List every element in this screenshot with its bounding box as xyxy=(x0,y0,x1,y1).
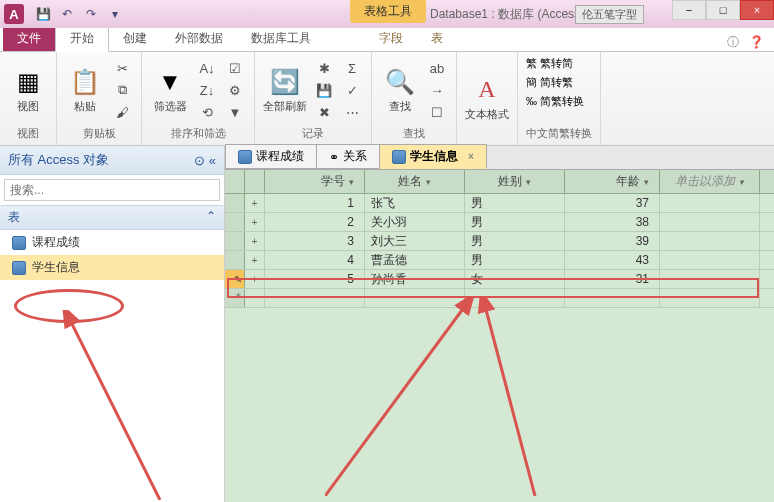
textfmt-button[interactable]: A文本格式 xyxy=(465,74,509,121)
cell-add[interactable] xyxy=(660,194,760,212)
chevron-down-icon[interactable]: ⊙ « xyxy=(194,153,216,168)
tab-home[interactable]: 开始 xyxy=(55,25,109,52)
save-record-icon[interactable]: 💾 xyxy=(313,80,335,100)
cell-id[interactable]: 1 xyxy=(265,194,365,212)
new-record-icon[interactable]: ✱ xyxy=(313,58,335,78)
paste-button[interactable]: 📋粘贴 xyxy=(65,66,105,113)
cell-add[interactable] xyxy=(660,270,760,288)
cell-id[interactable]: 2 xyxy=(265,213,365,231)
table-row[interactable]: +2关小羽男38 xyxy=(225,213,774,232)
expand-toggle[interactable]: + xyxy=(245,194,265,212)
row-selector[interactable] xyxy=(225,213,245,231)
row-selector[interactable] xyxy=(225,232,245,250)
tab-file[interactable]: 文件 xyxy=(3,26,55,51)
nav-item-student-info[interactable]: 学生信息 xyxy=(0,255,224,280)
tab-dbtools[interactable]: 数据库工具 xyxy=(237,26,325,51)
cell-id[interactable]: 5 xyxy=(265,270,365,288)
expand-toggle[interactable]: + xyxy=(245,213,265,231)
undo-icon[interactable]: ↶ xyxy=(56,4,78,24)
col-sex[interactable]: 姓别▾ xyxy=(465,170,565,193)
cell-sex[interactable]: 男 xyxy=(465,194,565,212)
filter-button[interactable]: ▼筛选器 xyxy=(150,66,190,113)
trad-to-simp-button[interactable]: 繁 繁转简 xyxy=(526,56,573,71)
doc-tab-course-grades[interactable]: 课程成绩 xyxy=(225,144,317,169)
help-icon[interactable]: ⓘ ❓ xyxy=(727,34,764,51)
cell-id[interactable]: 4 xyxy=(265,251,365,269)
cell-name[interactable]: 孙尚香 xyxy=(365,270,465,288)
maximize-button[interactable]: □ xyxy=(706,0,740,20)
tab-table[interactable]: 表 xyxy=(417,26,457,51)
sort-desc-icon[interactable]: Z↓ xyxy=(196,80,218,100)
close-tab-icon[interactable]: × xyxy=(468,151,474,162)
cell-sex[interactable]: 女 xyxy=(465,270,565,288)
sort-asc-icon[interactable]: A↓ xyxy=(196,58,218,78)
delete-record-icon[interactable]: ✖ xyxy=(313,102,335,122)
close-button[interactable]: × xyxy=(740,0,774,20)
save-icon[interactable]: 💾 xyxy=(32,4,54,24)
goto-icon[interactable]: → xyxy=(426,80,448,100)
table-row[interactable]: +3刘大三男39 xyxy=(225,232,774,251)
tab-external[interactable]: 外部数据 xyxy=(161,26,237,51)
expand-toggle[interactable]: + xyxy=(245,270,265,288)
row-selector[interactable] xyxy=(225,251,245,269)
find-button[interactable]: 🔍查找 xyxy=(380,66,420,113)
cell-age[interactable]: 38 xyxy=(565,213,660,231)
clear-sort-icon[interactable]: ⟲ xyxy=(196,102,218,122)
doc-tab-relations[interactable]: ⚭关系 xyxy=(316,144,380,169)
expand-toggle[interactable]: + xyxy=(245,251,265,269)
copy-icon[interactable]: ⧉ xyxy=(111,80,133,100)
cell-sex[interactable]: 男 xyxy=(465,251,565,269)
replace-icon[interactable]: ab xyxy=(426,58,448,78)
select-icon[interactable]: ☐ xyxy=(426,102,448,122)
cell-age[interactable]: 39 xyxy=(565,232,660,250)
format-painter-icon[interactable]: 🖌 xyxy=(111,102,133,122)
spelling-icon[interactable]: ✓ xyxy=(341,80,363,100)
doc-tab-student-info[interactable]: 学生信息× xyxy=(379,144,487,169)
col-age[interactable]: 年龄▾ xyxy=(565,170,660,193)
table-row[interactable]: +5孙尚香女31 xyxy=(225,270,774,289)
new-row[interactable] xyxy=(225,289,774,308)
table-row[interactable]: +4曹孟德男43 xyxy=(225,251,774,270)
ime-indicator[interactable]: 伦五笔字型 xyxy=(575,5,644,24)
col-add[interactable]: 单击以添加▾ xyxy=(660,170,760,193)
more-records-icon[interactable]: ⋯ xyxy=(341,102,363,122)
nav-section-tables[interactable]: 表 ⌃ xyxy=(0,205,224,230)
row-selector[interactable] xyxy=(225,289,245,307)
advanced-icon[interactable]: ⚙ xyxy=(224,80,246,100)
cell-add[interactable] xyxy=(660,213,760,231)
cell-age[interactable]: 43 xyxy=(565,251,660,269)
row-selector[interactable] xyxy=(225,270,245,288)
collapse-icon[interactable]: ⌃ xyxy=(206,209,216,226)
cell-age[interactable]: 37 xyxy=(565,194,660,212)
redo-icon[interactable]: ↷ xyxy=(80,4,102,24)
totals-icon[interactable]: Σ xyxy=(341,58,363,78)
simp-to-trad-button[interactable]: 簡 简转繁 xyxy=(526,75,573,90)
search-input[interactable] xyxy=(4,179,220,201)
selection-icon[interactable]: ☑ xyxy=(224,58,246,78)
cut-icon[interactable]: ✂ xyxy=(111,58,133,78)
view-button[interactable]: ▦视图 xyxy=(8,66,48,113)
tab-create[interactable]: 创建 xyxy=(109,26,161,51)
tab-fields[interactable]: 字段 xyxy=(365,26,417,51)
select-all-corner[interactable] xyxy=(225,170,245,193)
cell-add[interactable] xyxy=(660,232,760,250)
cell-name[interactable]: 曹孟德 xyxy=(365,251,465,269)
cell-id[interactable]: 3 xyxy=(265,232,365,250)
col-name[interactable]: 姓名▾ xyxy=(365,170,465,193)
refresh-button[interactable]: 🔄全部刷新 xyxy=(263,66,307,113)
nav-header[interactable]: 所有 Access 对象 ⊙ « xyxy=(0,146,224,175)
cell-name[interactable]: 张飞 xyxy=(365,194,465,212)
expand-toggle[interactable]: + xyxy=(245,232,265,250)
cell-name[interactable]: 刘大三 xyxy=(365,232,465,250)
simp-trad-convert-button[interactable]: ‰ 简繁转换 xyxy=(526,94,584,109)
qat-more-icon[interactable]: ▾ xyxy=(104,4,126,24)
cell-name[interactable]: 关小羽 xyxy=(365,213,465,231)
col-id[interactable]: 学号▾ xyxy=(265,170,365,193)
nav-item-course-grades[interactable]: 课程成绩 xyxy=(0,230,224,255)
cell-age[interactable]: 31 xyxy=(565,270,660,288)
toggle-filter-icon[interactable]: ▼ xyxy=(224,102,246,122)
table-row[interactable]: +1张飞男37 xyxy=(225,194,774,213)
cell-add[interactable] xyxy=(660,251,760,269)
row-selector[interactable] xyxy=(225,194,245,212)
cell-sex[interactable]: 男 xyxy=(465,213,565,231)
